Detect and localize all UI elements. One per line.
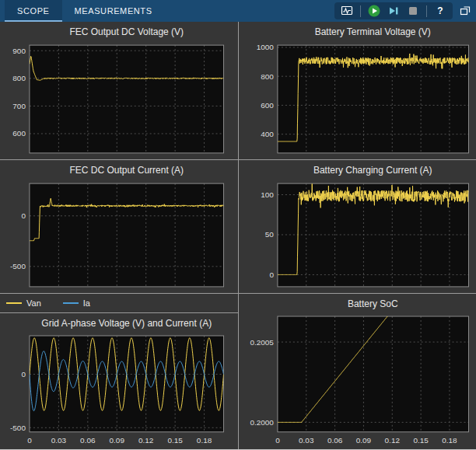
scope-settings-icon[interactable] (341, 5, 353, 17)
x-tick-label: 0.09 (110, 436, 125, 445)
legend: Van Ia (0, 294, 238, 313)
x-tick-label: 0.18 (197, 436, 212, 445)
fec-dc-voltage-chart[interactable]: 600700800900 (0, 41, 238, 159)
y-tick-label: 700 (12, 102, 26, 110)
battery-terminal-voltage-chart[interactable]: 4006008001000 (239, 41, 476, 159)
help-glyph: ? (437, 5, 443, 17)
y-tick-label: 800 (12, 74, 26, 82)
plot-grid: FEC Output DC Voltage (V) 600700800900 B… (0, 22, 476, 449)
x-tick-label: 0.15 (413, 436, 429, 445)
chart-title: Battery Charging Current (A) (239, 160, 476, 180)
panel-battery-terminal-voltage: Battery Terminal Voltage (V) 40060080010… (239, 22, 476, 159)
y-tick-label: 0.2000 (250, 418, 274, 427)
x-tick-label: 0 (27, 436, 32, 445)
legend-item-ia[interactable]: Ia (63, 298, 90, 308)
toolbar-separator (426, 5, 427, 17)
y-tick-label: 50 (264, 230, 274, 239)
panel-fec-dc-voltage: FEC Output DC Voltage (V) 600700800900 (0, 22, 238, 159)
legend-label-ia: Ia (83, 298, 90, 308)
chart-title: Battery SoC (239, 294, 476, 313)
chart-title: Grid A-phase Voltage (V) and Current (A) (0, 313, 238, 333)
y-tick-label: 0.2005 (250, 338, 274, 347)
fec-dc-current-chart[interactable]: 0-500 (0, 180, 238, 293)
toolbar: SCOPE MEASUREMENTS (0, 0, 476, 22)
x-tick-label: 0.03 (51, 436, 67, 445)
tab-measurements[interactable]: MEASUREMENTS (62, 0, 165, 22)
y-tick-label: 600 (12, 129, 26, 138)
tab-bar: SCOPE MEASUREMENTS (5, 0, 165, 22)
legend-label-van: Van (26, 298, 41, 308)
x-tick-label: 0.12 (384, 436, 400, 445)
toolbar-icon-group: ? (334, 2, 453, 19)
y-tick-label: 800 (261, 72, 274, 81)
x-tick-label: 0.12 (138, 436, 154, 445)
panel-grid-phase: Van Ia Grid A-phase Voltage (V) and Curr… (0, 294, 238, 449)
battery-soc-chart[interactable]: 00.030.060.090.120.150.180.20000.2005 (239, 313, 476, 449)
run-icon[interactable] (368, 5, 380, 17)
help-icon[interactable]: ? (434, 5, 446, 17)
x-tick-label: 0 (275, 436, 280, 445)
y-tick-label: 100 (261, 190, 274, 199)
x-tick-label: 0.03 (299, 436, 314, 445)
y-tick-label: 900 (12, 47, 26, 55)
ia-line-swatch (63, 302, 79, 304)
y-tick-label: 400 (261, 130, 274, 138)
grid-phase-chart[interactable]: 00.030.060.090.120.150.180-500 (0, 333, 238, 449)
y-tick-label: 1000 (256, 43, 274, 51)
dock-icon[interactable] (459, 5, 471, 17)
x-tick-label: 0.06 (327, 436, 342, 445)
scope-window: SCOPE MEASUREMENTS (0, 0, 476, 450)
van-line-swatch (6, 302, 22, 304)
y-tick-label: 600 (261, 101, 274, 110)
toolbar-separator (360, 5, 361, 17)
y-tick-label: 0 (269, 270, 274, 279)
chart-title: Battery Terminal Voltage (V) (239, 22, 476, 41)
x-tick-label: 0.06 (80, 436, 96, 445)
panel-fec-dc-current: FEC DC Output Current (A) 0-500 (0, 160, 238, 293)
y-tick-label: -500 (10, 262, 26, 270)
x-tick-label: 0.15 (167, 436, 183, 445)
legend-item-van[interactable]: Van (6, 298, 41, 308)
x-tick-label: 0.18 (442, 436, 457, 445)
y-tick-label: -500 (10, 424, 26, 432)
panel-battery-charging-current: Battery Charging Current (A) 050100 (239, 160, 476, 293)
step-forward-icon[interactable] (387, 5, 400, 17)
x-tick-label: 0.09 (355, 436, 371, 445)
y-tick-label: 0 (21, 211, 26, 220)
chart-title: FEC Output DC Voltage (V) (0, 22, 238, 41)
battery-charging-current-chart[interactable]: 050100 (239, 180, 476, 293)
stop-icon[interactable] (407, 5, 419, 17)
chart-title: FEC DC Output Current (A) (0, 160, 238, 180)
panel-battery-soc: Battery SoC 00.030.060.090.120.150.180.2… (239, 294, 476, 449)
y-tick-label: 0 (21, 370, 26, 378)
tab-scope[interactable]: SCOPE (5, 0, 62, 22)
